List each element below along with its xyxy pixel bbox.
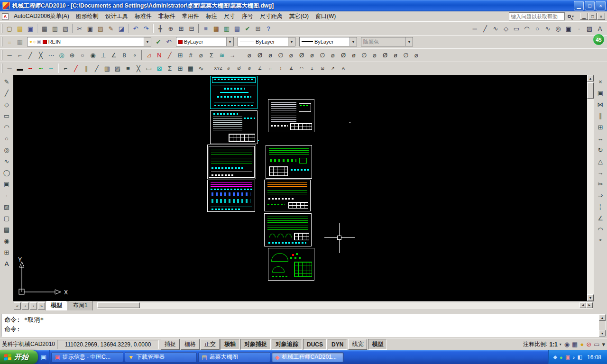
hatch-fill-button[interactable]: ▨ (112, 63, 123, 73)
tool-palettes-button[interactable]: ▥ (221, 23, 232, 34)
command-scrollbar[interactable]: ▲ ▼ (599, 314, 606, 337)
rect-cross-button[interactable]: ⊠ (154, 63, 165, 73)
task-download-manager[interactable]: ▼ 下载管理器 (125, 352, 197, 363)
mech-center-circle-button[interactable]: ◎ (56, 50, 67, 60)
explode-tool[interactable]: * (595, 236, 606, 246)
scroll-down-button[interactable]: ▼ (587, 294, 594, 301)
diagonal-button[interactable]: ╱ (92, 63, 102, 73)
properties-button[interactable]: ≡ (201, 23, 211, 34)
block-fill-button[interactable]: ▦ (185, 63, 196, 73)
move-tool[interactable]: ↔ (595, 133, 606, 144)
draw-arc-button[interactable]: ◠ (522, 23, 532, 34)
linestyle-bold-button[interactable]: ▬ (15, 63, 25, 73)
rectangle-tool[interactable]: ▭ (1, 110, 12, 121)
tray-network-icon[interactable]: ◆ (553, 354, 557, 360)
insert-block-button[interactable]: ▣ (563, 23, 574, 34)
dim-diameter-12-button[interactable]: ∅ (359, 50, 369, 60)
maximize-button[interactable]: □ (585, 1, 595, 10)
menu-window[interactable]: 窗口(W) (312, 11, 339, 21)
mech-corner-button[interactable]: ⌐ (15, 50, 25, 60)
dim-diameter-6-button[interactable]: Ø (296, 50, 307, 60)
linestyle-dotted-teal-button[interactable]: ┈ (46, 63, 56, 73)
lineweight-combo[interactable]: ByLayer ▼ (299, 37, 357, 46)
table-grid-button[interactable]: ⊞ (175, 63, 185, 73)
plot-preview-button[interactable]: ▥ (50, 23, 60, 34)
open-file-button[interactable]: ▤ (15, 23, 25, 34)
menu-standard-parts[interactable]: 标准件 (131, 11, 155, 21)
start-button[interactable]: 开始 (0, 350, 38, 364)
draw-xline-button[interactable]: ╱ (480, 23, 490, 34)
menu-common-parts[interactable]: 常用件 (179, 11, 202, 21)
ducs-toggle[interactable]: DUCS (303, 339, 327, 350)
mech-diag-button[interactable]: ╱ (25, 50, 36, 60)
canvas-vertical-scrollbar[interactable]: ▲ ▼ (587, 75, 594, 301)
grid-fill-button[interactable]: ▥ (102, 63, 112, 73)
scroll-right-button[interactable]: ► (586, 302, 593, 308)
parallel-lines-button[interactable]: ∥ (81, 63, 92, 73)
mech-node-button[interactable]: ∘ (129, 50, 140, 60)
mech-double-circle-button[interactable]: 8 (119, 50, 129, 60)
model-toggle[interactable]: 模型 (368, 339, 387, 350)
linestyle-solid-button[interactable]: ─ (4, 63, 15, 73)
mirror-tool[interactable]: ⋈ (595, 99, 606, 109)
dim-leader-button[interactable]: ↗ (328, 63, 338, 73)
new-file-button[interactable]: ▢ (4, 23, 15, 34)
cut-button[interactable]: ✂ (74, 23, 85, 34)
dim-slope-button[interactable]: ∡ (286, 63, 296, 73)
mech-slope-button[interactable]: ╱ (165, 50, 175, 60)
dim-diameter-2-button[interactable]: Ø (255, 50, 265, 60)
tray-red-icon[interactable]: ▣ (565, 354, 570, 360)
tab-model[interactable]: 模型 (46, 300, 67, 310)
line-tool[interactable]: ╱ (1, 88, 12, 98)
dim-diameter-13-button[interactable]: ⌀ (369, 50, 380, 60)
mech-triangle-button[interactable]: ⊿ (144, 50, 154, 60)
layer-previous-button[interactable]: ↶ (164, 36, 174, 47)
toolbar-grip[interactable] (1, 37, 2, 46)
annotation-scale[interactable]: 注释比例: 1:1 ▾ (523, 340, 561, 348)
dim-diameter-10-button[interactable]: Ø (338, 50, 349, 60)
mech-grid-button[interactable]: ⊞ (175, 50, 185, 60)
drawing-sheet-detail-1[interactable] (207, 180, 255, 212)
redo-button[interactable]: ↷ (141, 23, 151, 34)
draw-polygon-button[interactable]: ◇ (501, 23, 511, 34)
zoom-previous-button[interactable]: ⊟ (186, 23, 197, 34)
grid-toggle[interactable]: 栅格 (181, 339, 200, 350)
draw-rectangle-button[interactable]: ▭ (511, 23, 522, 34)
copy-button[interactable]: ▣ (85, 23, 95, 34)
match-properties-button[interactable]: ✎ (106, 23, 116, 34)
tray-input-icon[interactable]: ◧ (578, 354, 582, 360)
dim-diameter-17-button[interactable]: ⌀ (411, 50, 422, 60)
sum-button[interactable]: Σ (165, 63, 175, 73)
layer-combo[interactable]: ●☼▣ REIN ▼ (27, 37, 151, 46)
undo-button[interactable]: ↶ (130, 23, 141, 34)
dim-arc-button[interactable]: ◠ (296, 63, 307, 73)
dim-text-button[interactable]: A (338, 63, 349, 73)
dim-diameter-5-button[interactable]: ⌀ (286, 50, 296, 60)
scroll-up-button[interactable]: ▲ (587, 75, 594, 82)
mech-arrow-button[interactable]: → (227, 50, 238, 60)
mtext-button[interactable]: A (595, 23, 605, 34)
close-button[interactable]: × (596, 1, 606, 10)
ellipse-tool[interactable]: ◯ (1, 167, 12, 178)
rect-outline-button[interactable]: ▭ (144, 63, 154, 73)
task-tip-info[interactable]: ▣ 提示信息 - 中国C... (51, 352, 123, 363)
document-icon[interactable]: A (2, 13, 9, 20)
vertical-scroll-track[interactable] (587, 82, 594, 294)
dim-diameter-16-button[interactable]: ∅ (401, 50, 411, 60)
mech-dots-button[interactable]: ⋯ (46, 50, 56, 60)
dim-diameter-9-button[interactable]: ⌀ (328, 50, 338, 60)
stretch-tool[interactable]: → (595, 167, 606, 178)
child-restore-button[interactable]: □ (589, 13, 597, 20)
help-button[interactable]: ? (263, 23, 274, 34)
grid-tool[interactable]: ⊞ (1, 247, 12, 257)
sheetset-manager-button[interactable]: ▤ (232, 23, 242, 34)
dim-diameter-11-button[interactable]: ø (349, 50, 359, 60)
otrack-toggle[interactable]: 对象追踪 (272, 339, 302, 350)
mech-zoom-circle-button[interactable]: ⊕ (67, 50, 77, 60)
toolbar-grip[interactable] (1, 24, 2, 33)
menu-design-tools[interactable]: 设计工具 (102, 11, 131, 21)
block-editor-button[interactable]: ◪ (116, 23, 127, 34)
plot-button[interactable]: ▦ (39, 23, 50, 34)
donut-tool[interactable]: ◎ (1, 145, 12, 155)
layer-properties-manager-button[interactable]: ≡ (4, 36, 15, 47)
